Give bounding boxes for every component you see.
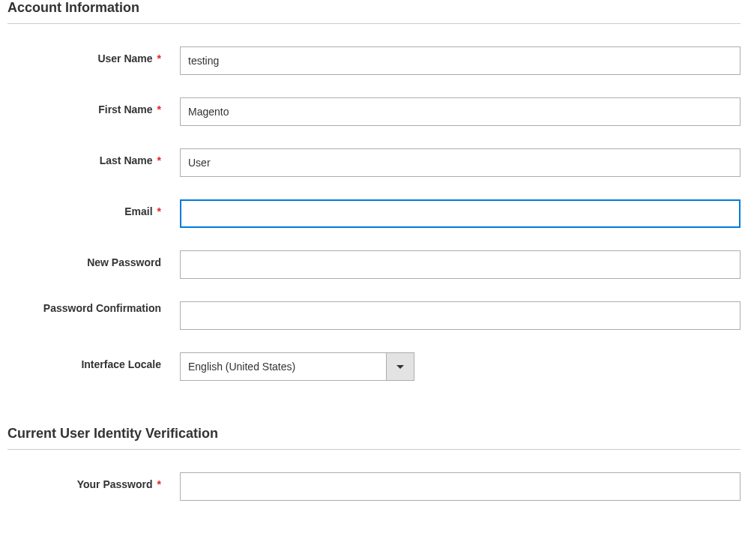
field-lastname: Last Name* xyxy=(7,148,741,177)
account-information-section: Account Information User Name* First Nam… xyxy=(7,0,741,381)
required-asterisk: * xyxy=(157,205,161,217)
username-label: User Name* xyxy=(7,46,180,64)
required-asterisk: * xyxy=(157,52,161,64)
field-password-confirmation: Password Confirmation xyxy=(7,301,741,330)
new-password-label: New Password xyxy=(7,250,180,268)
lastname-input[interactable] xyxy=(180,148,741,177)
field-firstname: First Name* xyxy=(7,97,741,126)
interface-locale-label: Interface Locale xyxy=(7,352,180,370)
field-new-password: New Password xyxy=(7,250,741,279)
email-input[interactable] xyxy=(180,199,741,228)
password-confirmation-label: Password Confirmation xyxy=(7,301,180,316)
your-password-input[interactable] xyxy=(180,472,741,501)
field-interface-locale: Interface Locale English (United States) xyxy=(7,352,741,381)
lastname-label: Last Name* xyxy=(7,148,180,166)
identity-verification-section: Current User Identity Verification Your … xyxy=(7,426,741,501)
firstname-label: First Name* xyxy=(7,97,180,115)
verification-heading: Current User Identity Verification xyxy=(7,426,741,450)
required-asterisk: * xyxy=(157,478,161,490)
required-asterisk: * xyxy=(157,103,161,115)
username-input[interactable] xyxy=(180,46,741,75)
field-username: User Name* xyxy=(7,46,741,75)
account-info-heading: Account Information xyxy=(7,0,741,24)
your-password-label: Your Password* xyxy=(7,472,180,490)
chevron-down-icon xyxy=(386,352,414,381)
new-password-input[interactable] xyxy=(180,250,741,279)
field-email: Email* xyxy=(7,199,741,228)
firstname-input[interactable] xyxy=(180,97,741,126)
required-asterisk: * xyxy=(157,154,161,166)
email-label: Email* xyxy=(7,199,180,217)
password-confirmation-input[interactable] xyxy=(180,301,741,330)
field-your-password: Your Password* xyxy=(7,472,741,501)
interface-locale-select[interactable]: English (United States) xyxy=(180,352,386,381)
